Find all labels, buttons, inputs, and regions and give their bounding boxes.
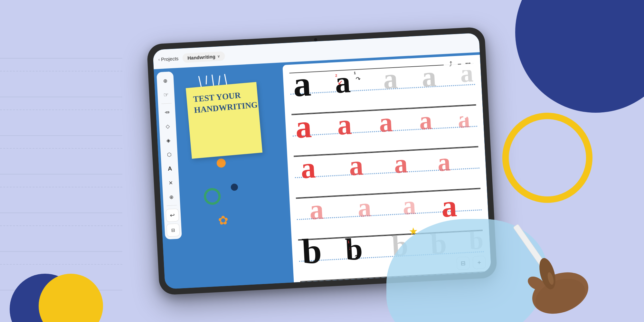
- red-a-4: a: [419, 107, 433, 134]
- arrow-b-curve: ↷: [355, 253, 359, 260]
- red-a-row3-last: a: [440, 190, 458, 222]
- page-icon: ⊟: [171, 227, 175, 233]
- toolbar-divider-2: [167, 205, 177, 206]
- arrow-b-down: ↓: [348, 245, 351, 251]
- letter-a-guide: a: [334, 66, 351, 98]
- fill-tool-btn[interactable]: ◈: [162, 134, 175, 147]
- eraser-tool-btn[interactable]: ◇: [161, 119, 175, 133]
- bg-dark-blue-blob: [515, 0, 644, 113]
- practice-a-1: a: [383, 64, 399, 93]
- left-toolbar: ⊕ ☞ ✏ ◇ ◈ ⬡ A ✕ ⊕ ↩ ⊟: [156, 71, 182, 240]
- back-chevron-icon: ‹: [158, 57, 160, 62]
- deco-sparkle: ✦: [458, 108, 464, 117]
- deco-flower: ✿: [218, 213, 229, 228]
- share-button[interactable]: ⤴: [443, 57, 458, 71]
- arrow-2: ↙: [337, 79, 343, 86]
- target-tool-btn[interactable]: ⊕: [165, 190, 178, 204]
- deco-white-dot-1: [450, 99, 457, 105]
- page-tool-btn[interactable]: ⊟: [166, 223, 180, 237]
- red-a-3: a: [378, 108, 393, 136]
- red-a-row2-1: a: [300, 153, 317, 183]
- red-a-row2-3: a: [393, 150, 408, 177]
- letter-b-guide: b: [345, 233, 363, 265]
- projects-label: Projects: [161, 55, 179, 62]
- sticky-note-text: Test YourHandwriting: [193, 89, 252, 116]
- undo-icon: ↩: [170, 212, 175, 219]
- title-label: Handwriting: [187, 53, 215, 61]
- title-chevron: ∨: [217, 54, 220, 58]
- letter-a-big: a: [292, 66, 312, 102]
- red-a-row2-2: a: [348, 151, 364, 180]
- sticky-note: Test YourHandwriting: [186, 82, 262, 159]
- tablet-camera: [314, 38, 317, 42]
- pen-tool-btn[interactable]: ✏: [160, 105, 174, 119]
- deco-green-circle: [204, 188, 221, 205]
- red-a-row2-4: a: [437, 149, 451, 175]
- dotted-mid-1: [290, 84, 475, 95]
- red-a-row3-3: a: [402, 192, 416, 219]
- deco-dash-5: [224, 74, 227, 85]
- projects-button[interactable]: ‹ Projects: [158, 55, 178, 62]
- more-icon: •••: [465, 61, 471, 66]
- toolbar-divider-1: [161, 103, 172, 104]
- red-a-1: a: [295, 110, 312, 143]
- title-button[interactable]: Handwriting ∨: [182, 51, 225, 63]
- deco-dash-4: [218, 75, 221, 85]
- share-icon: ⤴: [449, 60, 452, 68]
- text-tool-btn[interactable]: A: [163, 162, 177, 175]
- dotted-mid-3: [295, 167, 479, 178]
- step-b-1: 1: [347, 240, 350, 244]
- hand-stylus-container: [483, 196, 618, 322]
- cross-tool-btn[interactable]: ✕: [164, 176, 177, 190]
- deco-blue-dot: [231, 184, 238, 191]
- more-button[interactable]: •••: [461, 56, 476, 71]
- red-a-row3-2: a: [357, 194, 372, 221]
- top-right-buttons: ⤴ •••: [443, 56, 476, 71]
- select-tool-btn[interactable]: ⊕: [158, 74, 172, 88]
- step-2: 2: [335, 73, 337, 77]
- letter-b-big: b: [301, 233, 323, 270]
- red-a-row3-1: a: [309, 195, 325, 224]
- hand-tool-btn[interactable]: ☞: [159, 88, 173, 102]
- practice-a-2: a: [421, 62, 437, 91]
- undo-button[interactable]: ↩: [166, 209, 179, 222]
- step-1: 1: [354, 71, 356, 75]
- red-a-2: a: [336, 110, 353, 139]
- arrow-1: ↷: [355, 75, 361, 83]
- deco-dash-3: [212, 74, 214, 86]
- hand-svg: [483, 196, 618, 322]
- deco-dash-2: [206, 75, 207, 84]
- deco-dash-1: [198, 76, 202, 88]
- deco-orange-dot: [216, 158, 226, 168]
- shape-tool-btn[interactable]: ⬡: [162, 148, 176, 161]
